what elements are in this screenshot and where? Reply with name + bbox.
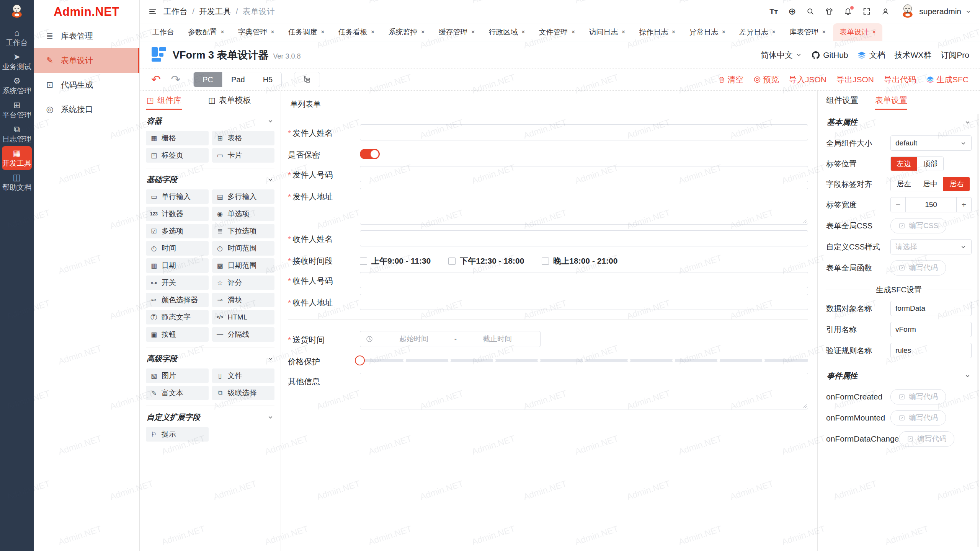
page-tab-0[interactable]: 工作台	[146, 23, 181, 41]
subscribe-pro-link[interactable]: 订阅Pro	[941, 50, 969, 60]
widget-item[interactable]: 123 计数器	[146, 207, 209, 221]
rail-item-0[interactable]: ⌂ 工作台	[2, 26, 32, 49]
form-field-input[interactable]: *收件人姓名	[288, 230, 808, 246]
form-field-textarea[interactable]: *发件人地址	[288, 188, 808, 225]
select-input[interactable]: default	[890, 135, 972, 151]
minus-button[interactable]: −	[891, 197, 906, 212]
fullscreen-icon[interactable]	[862, 7, 871, 16]
chevron-down-icon[interactable]	[267, 355, 274, 362]
widget-item[interactable]: ✑ 颜色选择器	[146, 293, 209, 307]
events-section-header[interactable]: 事件属性	[826, 364, 972, 383]
form-canvas[interactable]: 单列表单 *发件人姓名 是否保密 *发件人号码 *发件人地址 *收件人姓名 *接…	[281, 91, 817, 551]
widget-item[interactable]: ☑ 多选项	[146, 224, 209, 238]
form-field-input[interactable]: *收件人地址	[288, 294, 808, 310]
font-size-icon[interactable]: Tт	[769, 7, 778, 16]
widget-item[interactable]: ✎ 富文本	[146, 386, 209, 400]
language-select[interactable]: 简体中文	[761, 50, 802, 60]
sidebar-item-0[interactable]: ≣ 库表管理	[34, 24, 139, 48]
settings-text-input[interactable]: formData	[890, 301, 972, 316]
widget-section-header[interactable]: 高级字段	[146, 349, 274, 368]
rail-item-3[interactable]: ⊞ 平台管理	[2, 98, 32, 122]
github-link[interactable]: GitHub	[811, 51, 848, 60]
breadcrumb-item[interactable]: 开发工具	[199, 6, 231, 17]
page-tab-10[interactable]: 操作日志 ×	[632, 23, 682, 41]
widget-item[interactable]: ▧ 图片	[146, 368, 209, 383]
toolbar-action-0[interactable]: 清空	[718, 74, 743, 85]
tab-close-icon[interactable]: ×	[822, 28, 826, 36]
node-tree-button[interactable]	[294, 72, 320, 87]
widget-item[interactable]: ⚐ 提示	[146, 427, 209, 442]
settings-tab-0[interactable]: 组件设置	[826, 91, 858, 110]
widget-item[interactable]: ▩ 日期范围	[212, 258, 275, 273]
toolbar-action-1[interactable]: 预览	[753, 74, 779, 85]
text-input[interactable]	[360, 124, 808, 140]
widget-tab-0[interactable]: ◳ 组件库	[146, 91, 182, 110]
form-field-switch[interactable]: 是否保密	[288, 146, 808, 160]
page-tab-9[interactable]: 访问日志 ×	[583, 23, 632, 41]
widget-item[interactable]: Ⓣ 静态文字	[146, 310, 209, 324]
tab-close-icon[interactable]: ×	[572, 28, 575, 36]
form-field-slider[interactable]: 价格保护	[288, 353, 808, 367]
text-input[interactable]	[360, 166, 808, 182]
checkbox-option[interactable]: 下午12:30 - 18:00	[448, 256, 524, 266]
widget-item[interactable]: ◴ 时间范围	[212, 241, 275, 256]
checkbox-icon[interactable]	[360, 258, 367, 265]
widget-item[interactable]: ◷ 时间	[146, 241, 209, 256]
stepper-value[interactable]: 150	[906, 197, 956, 212]
page-tab-5[interactable]: 系统监控 ×	[382, 23, 431, 41]
redo-icon[interactable]: ↷	[171, 74, 180, 85]
page-tab-7[interactable]: 行政区域 ×	[482, 23, 532, 41]
page-tab-11[interactable]: 异常日志 ×	[683, 23, 732, 41]
rail-item-1[interactable]: ➤ 业务测试	[2, 50, 32, 73]
slider-track[interactable]	[360, 359, 808, 362]
wx-group-link[interactable]: 技术WX群	[894, 50, 931, 60]
edit-code-button[interactable]: 编写代码	[890, 260, 946, 276]
widget-item[interactable]: ▦ 栅格	[146, 131, 209, 145]
widget-item[interactable]: ☆ 评分	[212, 276, 275, 290]
language-icon[interactable]: ⊕	[788, 7, 796, 16]
tab-close-icon[interactable]: ×	[271, 28, 274, 36]
textarea-input[interactable]	[360, 373, 808, 409]
undo-icon[interactable]: ↶	[151, 74, 161, 85]
device-pad-button[interactable]: Pad	[222, 72, 254, 87]
widget-item[interactable]: ◉ 单选项	[212, 207, 275, 221]
page-tab-1[interactable]: 参数配置 ×	[181, 23, 231, 41]
toolbar-action-2[interactable]: 导入JSON	[789, 74, 826, 85]
app-avatar[interactable]	[9, 3, 24, 20]
tab-close-icon[interactable]: ×	[471, 28, 475, 36]
page-tab-8[interactable]: 文件管理 ×	[532, 23, 582, 41]
form-field-checkbox-group[interactable]: *接收时间段 上午9:00 - 11:30下午12:30 - 18:00晚上18…	[288, 252, 808, 266]
text-input[interactable]	[360, 272, 808, 288]
tab-close-icon[interactable]: ×	[421, 28, 425, 36]
settings-text-input[interactable]: vForm	[890, 322, 972, 337]
user-menu[interactable]: superadmin	[900, 3, 972, 20]
widget-item[interactable]: — 分隔线	[212, 327, 275, 342]
time-range-picker[interactable]: 起始时间 - 截止时间	[360, 331, 541, 347]
checkbox-option[interactable]: 晚上18:00 - 21:00	[542, 256, 617, 266]
widget-item[interactable]: ⊸ 滑块	[212, 293, 275, 307]
edit-code-button[interactable]: 编写代码	[899, 431, 954, 447]
collapse-menu-icon[interactable]	[148, 7, 157, 16]
chevron-down-icon[interactable]	[267, 176, 274, 183]
widget-section-header[interactable]: 基础字段	[146, 170, 274, 189]
edit-code-button[interactable]: 编写CSS	[890, 218, 946, 233]
settings-tab-1[interactable]: 表单设置	[875, 91, 907, 110]
sidebar-item-2[interactable]: ⊡ 代码生成	[34, 73, 139, 97]
page-tab-12[interactable]: 差异日志 ×	[733, 23, 782, 41]
notification-bell-icon[interactable]	[844, 7, 852, 16]
device-pc-button[interactable]: PC	[194, 72, 222, 87]
tab-close-icon[interactable]: ×	[321, 28, 325, 36]
widget-item[interactable]: ≣ 下拉选项	[212, 224, 275, 238]
widget-item[interactable]: ▯ 文件	[212, 368, 275, 383]
widget-item[interactable]: </> HTML	[212, 310, 275, 324]
page-tab-14[interactable]: 表单设计 ×	[833, 23, 882, 41]
chevron-down-icon[interactable]	[267, 414, 274, 421]
rail-item-2[interactable]: ⚙ 系统管理	[2, 74, 32, 98]
tab-close-icon[interactable]: ×	[722, 28, 725, 36]
form-field-input[interactable]: *发件人姓名	[288, 124, 808, 140]
tab-close-icon[interactable]: ×	[671, 28, 675, 36]
sidebar-item-3[interactable]: ◎ 系统接口	[34, 97, 139, 122]
widget-item[interactable]: ▤ 多行输入	[212, 189, 275, 204]
page-tab-2[interactable]: 字典管理 ×	[232, 23, 281, 41]
textarea-input[interactable]	[360, 188, 808, 225]
